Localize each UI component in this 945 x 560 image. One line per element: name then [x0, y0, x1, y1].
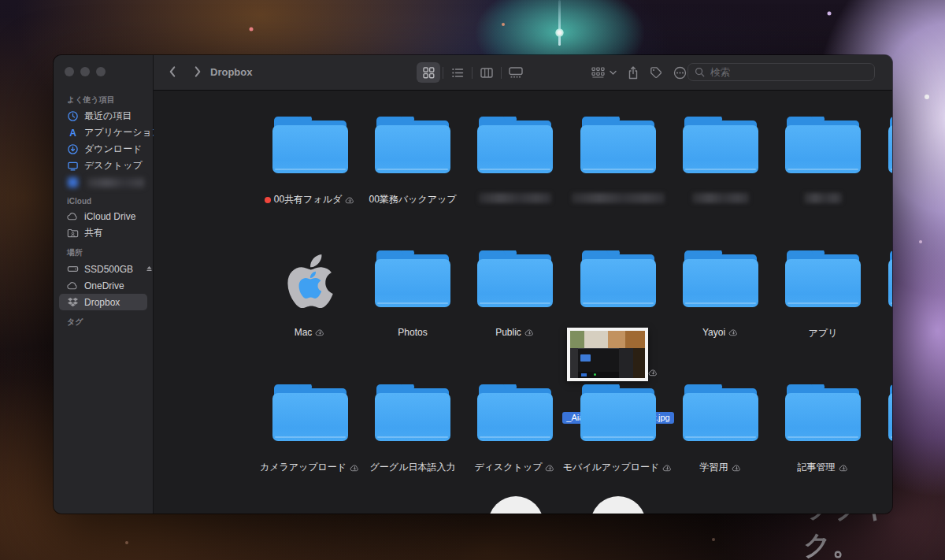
folder-item-学習用[interactable]: 学習用 [669, 384, 772, 441]
cloud-download-icon [315, 327, 325, 338]
drive-icon [67, 263, 79, 275]
file-grid: Aiarty_Output_と _Aiarty_Vid…Enhancer.jpg… [154, 91, 892, 514]
folder-icon [683, 250, 758, 307]
folder-item-アプリ[interactable]: アプリ [772, 250, 874, 307]
folder-item-ウェブ倉庫[interactable]: ウェブ倉庫 [875, 250, 893, 307]
sidebar-item-label: ダウンロード [84, 143, 142, 156]
sidebar-item-blurred[interactable] [59, 174, 147, 191]
folder-item-仕事用[interactable]: 仕事用 [875, 384, 893, 441]
minimize-button[interactable] [80, 67, 90, 76]
item-label: モバイルアップロード [567, 461, 669, 474]
blurred-label [87, 178, 144, 187]
folder-icon [477, 384, 553, 441]
column-view-button[interactable] [475, 62, 498, 83]
folder-item-Yayoi[interactable]: Yayoi [669, 250, 772, 307]
gallery-view-button[interactable] [504, 62, 528, 83]
item-label: Yayoi [669, 327, 772, 338]
window-controls[interactable] [65, 67, 106, 76]
item-label: ディスクトップ [464, 461, 566, 474]
folder-item-カメラアップロード[interactable]: カメラアップロード [259, 384, 361, 441]
item-label: ウェブ倉庫 [875, 327, 893, 340]
toolbar: Dropbox [154, 55, 892, 91]
folder-item-記事管理[interactable]: 記事管理 [772, 384, 874, 441]
sidebar-item-dropbox[interactable]: Dropbox [59, 294, 147, 310]
clock-icon [67, 110, 79, 122]
zoom-button[interactable] [96, 67, 106, 76]
cloud-icon [67, 212, 79, 221]
sidebar-item-label: アプリケーション [84, 126, 161, 139]
folder-item-モバイルアップロード[interactable]: モバイルアップロード [567, 384, 669, 441]
item-label [669, 193, 772, 203]
folder-icon [580, 250, 656, 307]
drag-thumbnail[interactable] [567, 328, 648, 381]
folder-icon [683, 117, 758, 173]
app-icon-partial[interactable] [488, 496, 543, 514]
icon-view-button[interactable] [417, 62, 440, 83]
sidebar-item-label: 最近の項目 [84, 109, 132, 123]
sidebar-item-デスクトップ[interactable]: デスクトップ [59, 158, 147, 174]
item-label: グーグル日本語入力 [361, 461, 464, 474]
folder-icon [580, 384, 656, 441]
sidebar-item-アプリケーション[interactable]: Aアプリケーション [59, 124, 147, 141]
app-icon-partial[interactable] [591, 496, 646, 514]
search-field[interactable] [687, 63, 875, 81]
folder-item-グーグル日本語入力[interactable]: グーグル日本語入力 [361, 384, 464, 441]
cloud-download-icon [648, 365, 658, 379]
folder-item[interactable] [567, 250, 669, 307]
search-input[interactable] [709, 66, 868, 79]
file-item-mac[interactable]: Mac [259, 250, 361, 312]
dropbox-icon [67, 297, 79, 308]
sidebar-item-label: Dropbox [84, 297, 120, 308]
folder-item[interactable] [772, 117, 874, 173]
close-button[interactable] [65, 67, 74, 76]
folder-icon [375, 117, 450, 173]
folder-item-Public[interactable]: Public [464, 250, 566, 307]
cloud-download-icon [350, 462, 360, 473]
folder-item[interactable] [567, 117, 669, 173]
cloud-download-icon [545, 462, 555, 473]
sidebar-item-ダウンロード[interactable]: ダウンロード [59, 141, 147, 158]
sidebar-item-label: 共有 [84, 226, 103, 239]
folder-icon [272, 117, 348, 173]
cloud-icon [67, 281, 79, 290]
list-view-button[interactable] [446, 62, 469, 83]
finder-window: よく使う項目最近の項目AアプリケーションダウンロードデスクトップiCloudiC… [54, 55, 892, 514]
sidebar-section-label: iCloud [54, 191, 153, 208]
bright-star [555, 28, 564, 37]
folder-item-00共有フォルダ[interactable]: 00共有フォルダ [259, 117, 361, 173]
sidebar-item-ssd500gb[interactable]: SSD500GB [59, 261, 147, 277]
folder-item[interactable] [464, 117, 566, 173]
group-by-button[interactable] [591, 67, 605, 78]
sidebar-item-label: SSD500GB [84, 264, 133, 275]
sidebar-item-icloud-drive[interactable]: iCloud Drive [59, 208, 147, 224]
item-label [464, 193, 566, 203]
item-label: Public [464, 327, 566, 338]
folder-item[interactable] [875, 117, 893, 173]
sidebar-item-onedrive[interactable]: OneDrive [59, 277, 147, 294]
sidebar-item-共有[interactable]: 共有 [59, 224, 147, 241]
folder-item-ディスクトップ[interactable]: ディスクトップ [464, 384, 566, 441]
item-label [567, 193, 669, 203]
view-switcher [417, 62, 528, 83]
forward-button[interactable] [191, 65, 204, 79]
item-label [772, 193, 874, 203]
tags-button[interactable] [650, 66, 662, 79]
folder-item-00業務バックアップ[interactable]: 00業務バックアップ [361, 117, 464, 173]
share-button[interactable] [628, 66, 639, 80]
desktop-icon [67, 160, 79, 172]
sidebar-item-最近の項目[interactable]: 最近の項目 [59, 108, 147, 124]
more-actions-button[interactable] [673, 66, 687, 80]
folder-item[interactable] [669, 117, 772, 173]
sidebar-section-label: 場所 [54, 241, 153, 261]
sidebar: よく使う項目最近の項目AアプリケーションダウンロードデスクトップiCloudiC… [54, 55, 154, 514]
folder-item-Photos[interactable]: Photos [361, 250, 464, 307]
folder-icon [785, 384, 861, 441]
item-label: 00業務バックアップ [361, 193, 464, 206]
folder-icon [888, 117, 893, 173]
sidebar-section-label: タグ [54, 310, 153, 330]
sidebar-item-label: iCloud Drive [84, 211, 135, 222]
cloud-download-icon [732, 462, 742, 473]
cloud-download-icon [524, 327, 535, 338]
back-button[interactable] [166, 65, 179, 79]
folder-icon [888, 384, 893, 441]
